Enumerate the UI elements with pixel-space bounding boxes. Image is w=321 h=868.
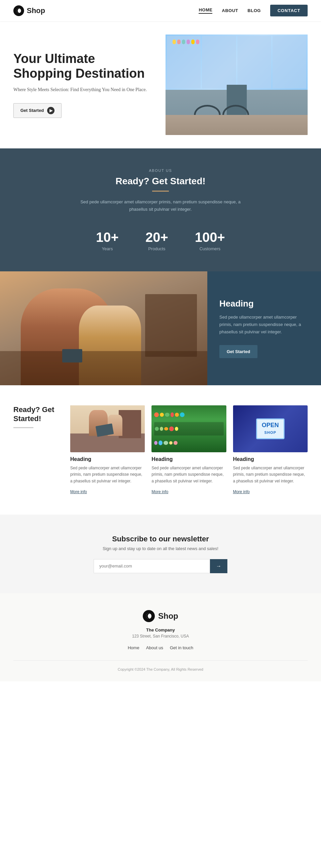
about-label: ABOUT US [13, 168, 308, 173]
feature-shelf [145, 294, 197, 357]
logo[interactable]: Shop [13, 5, 45, 16]
footer-link-home[interactable]: Home [128, 645, 139, 650]
feature-content: Heading Sed pede ullamcorper amet ullamc… [207, 271, 321, 385]
footer: Shop The Company 123 Street, San Francis… [0, 593, 321, 681]
card-1-title: Heading [70, 456, 145, 462]
hero-image [166, 34, 308, 135]
about-description: Sed pede ullamcorper amet ullamcorper pr… [77, 198, 244, 213]
cards-section-heading: Ready? Get Started! [13, 405, 60, 423]
newsletter-title: Subscribe to our newsletter [13, 535, 308, 544]
footer-link-contact[interactable]: Get in touch [170, 645, 193, 650]
card-1: Heading Sed pede ullamcorper amet ullamc… [70, 405, 145, 494]
card-2-grocery-scene [151, 405, 226, 452]
feature-cta-label: Get Started [227, 349, 250, 354]
stat-products-label: Products [145, 246, 168, 251]
stat-products: 20+ Products [145, 230, 168, 251]
hero-cta-label: Get Started [21, 108, 44, 113]
hero-title: Your Ultimate Shopping Destination [13, 52, 155, 81]
footer-address: 123 Street, San Francisco, USA [13, 634, 308, 639]
newsletter-submit-button[interactable]: → [210, 559, 227, 573]
about-section: ABOUT US Ready? Get Started! Sed pede ul… [0, 148, 321, 271]
card-1-description: Sed pede ullamcorper amet ullamcorper pr… [70, 465, 145, 485]
feature-title: Heading [219, 299, 309, 309]
nav-link-home[interactable]: HOME [199, 7, 212, 14]
navbar: Shop HOME ABOUT BLOG CONTACT [0, 0, 321, 21]
hero-image-placeholder [166, 34, 308, 135]
stat-customers-number: 100+ [195, 230, 225, 245]
stat-customers: 100+ Customers [195, 230, 225, 251]
newsletter-description: Sign up and stay up to date on all the l… [13, 546, 308, 551]
nav-link-blog[interactable]: BLOG [247, 8, 261, 13]
newsletter-section: Subscribe to our newsletter Sign up and … [0, 515, 321, 593]
feature-image [0, 271, 207, 385]
hero-description: Where Style Meets Selection: Find Everyt… [13, 86, 155, 93]
open-sign: OPENSHOP [256, 418, 285, 439]
cards-section: Ready? Get Started! Heading Sed pede ull… [0, 385, 321, 515]
card-3-image: OPENSHOP [233, 405, 308, 452]
stat-years-label: Years [96, 246, 119, 251]
nav-link-about[interactable]: ABOUT [222, 8, 238, 13]
cards-underline [13, 427, 33, 428]
card-1-link[interactable]: More info [70, 490, 87, 494]
stat-customers-label: Customers [195, 246, 225, 251]
stat-years: 10+ Years [96, 230, 119, 251]
footer-link-about[interactable]: About us [146, 645, 163, 650]
cards-grid: Heading Sed pede ullamcorper amet ullamc… [70, 405, 308, 494]
footer-logo-text: Shop [158, 611, 178, 621]
feature-description: Sed pede ullamcorper amet ullamcorper pr… [219, 314, 309, 336]
logo-text: Shop [27, 6, 45, 15]
card-3-link[interactable]: More info [233, 490, 250, 494]
card-2-image [151, 405, 226, 452]
about-title: Ready? Get Started! [13, 176, 308, 187]
footer-logo-icon [143, 610, 155, 622]
card-3: OPENSHOP Heading Sed pede ullamcorper am… [233, 405, 308, 494]
card-2-link[interactable]: More info [151, 490, 168, 494]
footer-company-name: The Company [13, 627, 308, 632]
cards-heading-area: Ready? Get Started! [13, 405, 60, 428]
card-2-description: Sed pede ullamcorper amet ullamcorper pr… [151, 465, 226, 485]
hero-text: Your Ultimate Shopping Destination Where… [13, 52, 166, 118]
nav-links: HOME ABOUT BLOG CONTACT [199, 5, 308, 17]
card-3-description: Sed pede ullamcorper amet ullamcorper pr… [233, 465, 308, 485]
feature-section: Heading Sed pede ullamcorper amet ullamc… [0, 271, 321, 385]
newsletter-form: → [94, 559, 227, 573]
stats-container: 10+ Years 20+ Products 100+ Customers [13, 230, 308, 251]
card-3-title: Heading [233, 456, 308, 462]
footer-links: Home About us Get in touch [13, 645, 308, 650]
card-1-image [70, 405, 145, 452]
logo-icon [13, 5, 24, 16]
nav-contact-button[interactable]: CONTACT [270, 5, 308, 17]
about-underline [152, 191, 169, 192]
card-3-open-sign-scene: OPENSHOP [233, 405, 308, 452]
card-2-title: Heading [151, 456, 226, 462]
card-2: Heading Sed pede ullamcorper amet ullamc… [151, 405, 226, 494]
stat-products-number: 20+ [145, 230, 168, 245]
feature-cta-button[interactable]: Get Started [219, 345, 257, 358]
newsletter-email-input[interactable] [94, 559, 210, 573]
card-1-store-scene [70, 405, 145, 452]
feature-image-scene [0, 271, 207, 385]
hero-section: Your Ultimate Shopping Destination Where… [0, 21, 321, 148]
stat-years-number: 10+ [96, 230, 119, 245]
hero-cta-button[interactable]: Get Started ▶ [13, 103, 62, 118]
footer-copyright: Copyright ©2024 The Company, All Rights … [13, 660, 308, 671]
footer-logo: Shop [13, 610, 308, 622]
hero-cta-arrow-icon: ▶ [47, 107, 55, 114]
